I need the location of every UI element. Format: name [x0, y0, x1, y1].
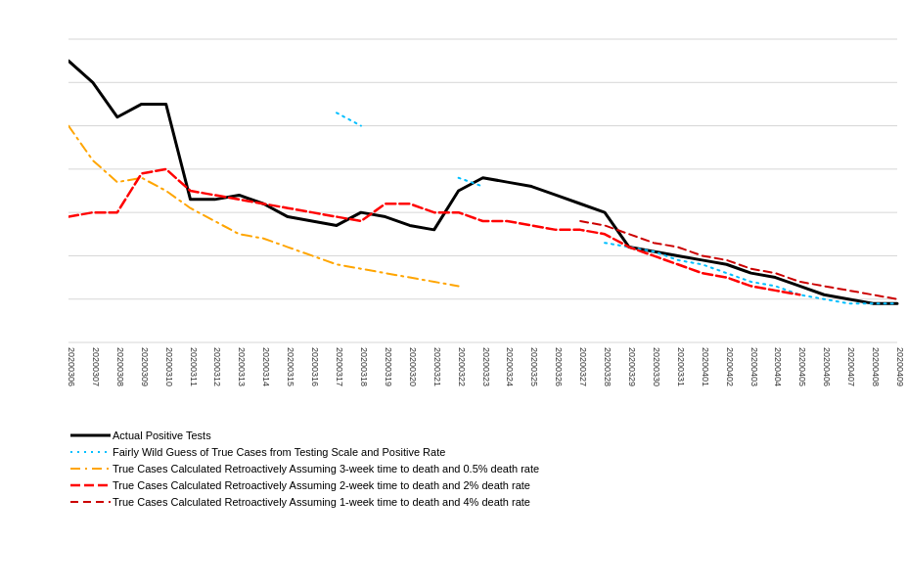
svg-text:20200318: 20200318: [359, 347, 369, 386]
svg-text:20200308: 20200308: [115, 347, 125, 386]
svg-text:20200331: 20200331: [676, 347, 686, 386]
legend-item: Actual Positive Tests: [68, 429, 887, 442]
main-chart-svg: 0%10%20%30%40%50%60%70%20200306202003072…: [68, 29, 907, 421]
legend-line-sample: [68, 478, 113, 492]
legend-line-sample: [68, 462, 113, 475]
svg-text:20200317: 20200317: [335, 347, 344, 386]
svg-text:20200327: 20200327: [578, 347, 588, 386]
legend-label: True Cases Calculated Retroactively Assu…: [113, 496, 530, 508]
svg-text:20200405: 20200405: [797, 347, 807, 386]
svg-text:20200330: 20200330: [652, 347, 661, 386]
svg-text:20200321: 20200321: [432, 347, 442, 386]
svg-text:20200312: 20200312: [212, 347, 222, 386]
legend-item: True Cases Calculated Retroactively Assu…: [68, 478, 887, 492]
svg-text:20200309: 20200309: [140, 347, 150, 386]
legend-item: Fairly Wild Guess of True Cases from Tes…: [68, 445, 887, 459]
svg-text:20200319: 20200319: [384, 347, 393, 386]
legend-item: True Cases Calculated Retroactively Assu…: [68, 462, 887, 475]
svg-text:20200401: 20200401: [701, 347, 710, 386]
svg-text:20200403: 20200403: [749, 347, 759, 386]
svg-text:20200310: 20200310: [164, 347, 174, 386]
legend: Actual Positive TestsFairly Wild Guess o…: [68, 429, 887, 509]
svg-text:20200406: 20200406: [822, 347, 832, 386]
chart-container: 0%10%20%30%40%50%60%70%20200306202003072…: [0, 0, 907, 588]
svg-text:20200313: 20200313: [237, 347, 247, 386]
svg-text:20200316: 20200316: [310, 347, 320, 386]
legend-label: Actual Positive Tests: [113, 430, 211, 441]
legend-label: True Cases Calculated Retroactively Assu…: [113, 479, 530, 491]
svg-text:20200311: 20200311: [189, 347, 199, 386]
svg-text:20200323: 20200323: [481, 347, 491, 386]
legend-line-sample: [68, 495, 113, 509]
svg-text:20200314: 20200314: [261, 347, 271, 386]
legend-item: True Cases Calculated Retroactively Assu…: [68, 495, 887, 509]
legend-label: True Cases Calculated Retroactively Assu…: [113, 463, 539, 475]
svg-text:20200324: 20200324: [505, 347, 515, 386]
svg-text:20200408: 20200408: [871, 347, 881, 386]
svg-text:20200325: 20200325: [529, 347, 539, 386]
svg-text:20200328: 20200328: [603, 347, 612, 386]
legend-line-sample: [68, 429, 113, 442]
svg-text:20200326: 20200326: [554, 347, 564, 386]
svg-text:20200402: 20200402: [725, 347, 735, 386]
svg-text:20200329: 20200329: [627, 347, 637, 386]
svg-text:20200320: 20200320: [408, 347, 418, 386]
svg-text:20200407: 20200407: [846, 347, 856, 386]
legend-line-sample: [68, 445, 113, 459]
legend-label: Fairly Wild Guess of True Cases from Tes…: [113, 446, 445, 458]
svg-text:20200404: 20200404: [773, 347, 783, 386]
svg-text:20200409: 20200409: [895, 347, 905, 386]
chart-area: 0%10%20%30%40%50%60%70%20200306202003072…: [68, 29, 878, 421]
svg-text:20200307: 20200307: [91, 347, 101, 386]
svg-text:20200322: 20200322: [457, 347, 467, 386]
svg-text:20200306: 20200306: [68, 347, 76, 386]
svg-text:20200315: 20200315: [286, 347, 295, 386]
